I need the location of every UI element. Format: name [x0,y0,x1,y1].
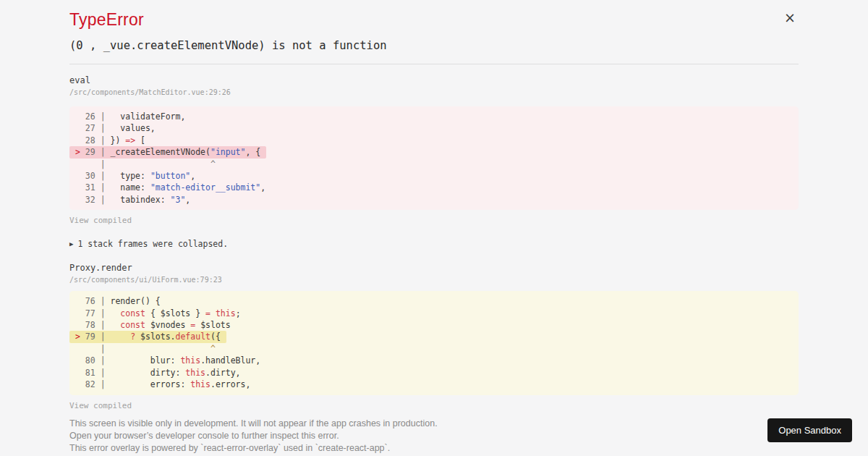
footer-note: This screen is visible only in developme… [69,418,799,430]
view-compiled-link[interactable]: View compiled [69,216,132,225]
code-line: 31 | name: "match-editor__submit", [69,182,271,193]
footer-note: Open your browser’s developer console to… [69,430,799,442]
footer-note: This error overlay is powered by `react-… [69,442,799,455]
code-line: 26 | validateForm, [69,111,191,122]
code-line: 28 | }) => [ [69,135,151,146]
close-icon[interactable]: × [783,10,797,25]
code-line: 81 | dirty: this.dirty, [69,367,247,379]
collapsed-frames-label: 1 stack frames were collapsed. [77,239,228,249]
code-block-compiled: 76 | render() { 77 | const { $slots } = … [69,291,799,394]
code-line: > 79 | ? $slots.default({ [69,331,226,342]
error-overlay: TypeError × (0 , _vue.createElementVNode… [0,0,868,456]
code-line: 80 | blur: this.handleBlur, [69,355,266,366]
stack-frame-function: Proxy.render [69,263,799,273]
code-line: 77 | const { $slots } = this; [69,308,247,319]
code-line: > 29 | _createElementVNode("input", { [69,146,266,158]
code-line: 27 | values, [69,122,161,134]
view-compiled-link[interactable]: View compiled [69,401,132,410]
collapsed-frames-toggle[interactable]: ▶1 stack frames were collapsed. [69,239,799,249]
error-title: TypeError [69,10,799,30]
code-line: 30 | type: "button", [69,170,201,182]
code-line: | ^ [69,343,221,355]
stack-frame-path: /src/components/MatchEditor.vue:29:26 [69,88,799,97]
code-line: 76 | render() { [69,295,166,307]
error-message: (0 , _vue.createElementVNode) is not a f… [69,39,799,53]
code-line: 82 | errors: this.errors, [69,379,256,390]
open-sandbox-button[interactable]: Open Sandbox [767,418,852,442]
stack-frame-path: /src/components/ui/UiForm.vue:79:23 [69,275,799,284]
code-line: 32 | tabindex: "3", [69,194,196,206]
footer-notes: This screen is visible only in developme… [69,418,799,455]
code-line: 78 | const $vnodes = $slots [69,319,237,331]
code-line: | ^ [69,159,221,170]
divider [69,64,799,64]
stack-frame-function: eval [69,75,799,85]
triangle-right-icon: ▶ [69,240,73,248]
code-block-source: 26 | validateForm, 27 | values, 28 | }) … [69,106,799,210]
